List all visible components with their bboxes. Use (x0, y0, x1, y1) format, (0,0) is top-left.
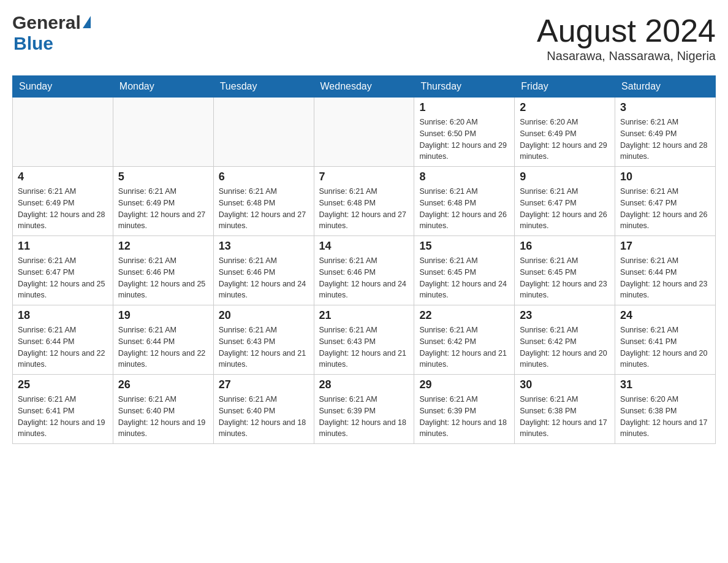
calendar-cell-5-3: 27Sunrise: 6:21 AMSunset: 6:40 PMDayligh… (213, 375, 314, 444)
day-number: 7 (319, 170, 409, 183)
day-number: 21 (319, 309, 409, 322)
calendar-table: SundayMondayTuesdayWednesdayThursdayFrid… (12, 75, 716, 444)
logo-triangle-icon (83, 16, 91, 28)
calendar-cell-1-1 (13, 98, 113, 167)
calendar-cell-4-2: 19Sunrise: 6:21 AMSunset: 6:44 PMDayligh… (113, 305, 213, 375)
calendar-week-2: 4Sunrise: 6:21 AMSunset: 6:49 PMDaylight… (13, 167, 716, 236)
day-number: 30 (520, 378, 610, 391)
day-info: Sunrise: 6:21 AMSunset: 6:48 PMDaylight:… (319, 186, 409, 232)
day-number: 31 (620, 378, 710, 391)
day-info: Sunrise: 6:21 AMSunset: 6:41 PMDaylight:… (620, 324, 710, 370)
calendar-cell-1-5: 1Sunrise: 6:20 AMSunset: 6:50 PMDaylight… (414, 98, 515, 167)
day-info: Sunrise: 6:21 AMSunset: 6:48 PMDaylight:… (219, 186, 309, 232)
calendar-cell-2-3: 6Sunrise: 6:21 AMSunset: 6:48 PMDaylight… (213, 167, 314, 236)
day-info: Sunrise: 6:21 AMSunset: 6:48 PMDaylight:… (419, 186, 509, 232)
calendar-cell-5-5: 29Sunrise: 6:21 AMSunset: 6:39 PMDayligh… (414, 375, 515, 444)
day-info: Sunrise: 6:21 AMSunset: 6:46 PMDaylight:… (219, 255, 309, 301)
day-info: Sunrise: 6:21 AMSunset: 6:46 PMDaylight:… (118, 255, 208, 301)
day-info: Sunrise: 6:21 AMSunset: 6:41 PMDaylight:… (18, 394, 108, 440)
day-number: 22 (419, 309, 509, 322)
col-header-tuesday: Tuesday (213, 76, 314, 98)
calendar-cell-4-3: 20Sunrise: 6:21 AMSunset: 6:43 PMDayligh… (213, 305, 314, 375)
calendar-cell-4-6: 23Sunrise: 6:21 AMSunset: 6:42 PMDayligh… (515, 305, 615, 375)
day-number: 11 (18, 240, 108, 253)
day-number: 6 (219, 170, 309, 183)
calendar-cell-5-4: 28Sunrise: 6:21 AMSunset: 6:39 PMDayligh… (314, 375, 414, 444)
calendar-cell-1-7: 3Sunrise: 6:21 AMSunset: 6:49 PMDaylight… (615, 98, 716, 167)
day-info: Sunrise: 6:21 AMSunset: 6:39 PMDaylight:… (419, 394, 509, 440)
day-info: Sunrise: 6:21 AMSunset: 6:39 PMDaylight:… (319, 394, 409, 440)
day-info: Sunrise: 6:21 AMSunset: 6:44 PMDaylight:… (620, 255, 710, 301)
day-number: 20 (219, 309, 309, 322)
day-number: 13 (219, 240, 309, 253)
calendar-cell-4-4: 21Sunrise: 6:21 AMSunset: 6:43 PMDayligh… (314, 305, 414, 375)
col-header-monday: Monday (113, 76, 213, 98)
day-info: Sunrise: 6:21 AMSunset: 6:44 PMDaylight:… (118, 324, 208, 370)
calendar-cell-3-7: 17Sunrise: 6:21 AMSunset: 6:44 PMDayligh… (615, 236, 716, 305)
calendar-cell-3-6: 16Sunrise: 6:21 AMSunset: 6:45 PMDayligh… (515, 236, 615, 305)
day-number: 24 (620, 309, 710, 322)
day-number: 8 (419, 170, 509, 183)
location-text: Nasarawa, Nassarawa, Nigeria (537, 49, 716, 63)
col-header-friday: Friday (515, 76, 615, 98)
calendar-cell-3-3: 13Sunrise: 6:21 AMSunset: 6:46 PMDayligh… (213, 236, 314, 305)
calendar-cell-4-1: 18Sunrise: 6:21 AMSunset: 6:44 PMDayligh… (13, 305, 113, 375)
calendar-header-row: SundayMondayTuesdayWednesdayThursdayFrid… (13, 76, 716, 98)
col-header-wednesday: Wednesday (314, 76, 414, 98)
calendar-cell-4-7: 24Sunrise: 6:21 AMSunset: 6:41 PMDayligh… (615, 305, 716, 375)
day-number: 18 (18, 309, 108, 322)
day-number: 17 (620, 240, 710, 253)
day-number: 9 (520, 170, 610, 183)
day-number: 23 (520, 309, 610, 322)
title-area: August 2024 Nasarawa, Nassarawa, Nigeria (537, 12, 716, 63)
day-info: Sunrise: 6:21 AMSunset: 6:42 PMDaylight:… (419, 324, 509, 370)
calendar-cell-2-2: 5Sunrise: 6:21 AMSunset: 6:49 PMDaylight… (113, 167, 213, 236)
day-info: Sunrise: 6:21 AMSunset: 6:47 PMDaylight:… (620, 186, 710, 232)
day-number: 16 (520, 240, 610, 253)
day-number: 15 (419, 240, 509, 253)
calendar-cell-2-7: 10Sunrise: 6:21 AMSunset: 6:47 PMDayligh… (615, 167, 716, 236)
calendar-cell-2-1: 4Sunrise: 6:21 AMSunset: 6:49 PMDaylight… (13, 167, 113, 236)
day-info: Sunrise: 6:21 AMSunset: 6:47 PMDaylight:… (18, 255, 108, 301)
calendar-cell-1-3 (213, 98, 314, 167)
col-header-saturday: Saturday (615, 76, 716, 98)
day-info: Sunrise: 6:21 AMSunset: 6:44 PMDaylight:… (18, 324, 108, 370)
day-info: Sunrise: 6:21 AMSunset: 6:46 PMDaylight:… (319, 255, 409, 301)
day-info: Sunrise: 6:20 AMSunset: 6:50 PMDaylight:… (419, 117, 509, 163)
calendar-cell-2-4: 7Sunrise: 6:21 AMSunset: 6:48 PMDaylight… (314, 167, 414, 236)
calendar-cell-1-6: 2Sunrise: 6:20 AMSunset: 6:49 PMDaylight… (515, 98, 615, 167)
day-number: 14 (319, 240, 409, 253)
calendar-cell-5-2: 26Sunrise: 6:21 AMSunset: 6:40 PMDayligh… (113, 375, 213, 444)
calendar-cell-3-4: 14Sunrise: 6:21 AMSunset: 6:46 PMDayligh… (314, 236, 414, 305)
day-info: Sunrise: 6:20 AMSunset: 6:38 PMDaylight:… (620, 394, 710, 440)
day-number: 4 (18, 170, 108, 183)
day-info: Sunrise: 6:21 AMSunset: 6:42 PMDaylight:… (520, 324, 610, 370)
day-number: 2 (520, 101, 610, 114)
col-header-sunday: Sunday (13, 76, 113, 98)
col-header-thursday: Thursday (414, 76, 515, 98)
logo-general-text: General (12, 12, 81, 33)
calendar-week-1: 1Sunrise: 6:20 AMSunset: 6:50 PMDaylight… (13, 98, 716, 167)
day-info: Sunrise: 6:21 AMSunset: 6:49 PMDaylight:… (18, 186, 108, 232)
day-info: Sunrise: 6:21 AMSunset: 6:47 PMDaylight:… (520, 186, 610, 232)
day-number: 25 (18, 378, 108, 391)
calendar-cell-2-6: 9Sunrise: 6:21 AMSunset: 6:47 PMDaylight… (515, 167, 615, 236)
page-header: General Blue August 2024 Nasarawa, Nassa… (12, 12, 716, 63)
calendar-cell-5-6: 30Sunrise: 6:21 AMSunset: 6:38 PMDayligh… (515, 375, 615, 444)
day-number: 28 (319, 378, 409, 391)
day-info: Sunrise: 6:21 AMSunset: 6:40 PMDaylight:… (219, 394, 309, 440)
calendar-week-4: 18Sunrise: 6:21 AMSunset: 6:44 PMDayligh… (13, 305, 716, 375)
calendar-cell-3-2: 12Sunrise: 6:21 AMSunset: 6:46 PMDayligh… (113, 236, 213, 305)
day-number: 5 (118, 170, 208, 183)
calendar-week-5: 25Sunrise: 6:21 AMSunset: 6:41 PMDayligh… (13, 375, 716, 444)
day-number: 1 (419, 101, 509, 114)
calendar-cell-5-7: 31Sunrise: 6:20 AMSunset: 6:38 PMDayligh… (615, 375, 716, 444)
day-info: Sunrise: 6:21 AMSunset: 6:43 PMDaylight:… (219, 324, 309, 370)
calendar-cell-3-1: 11Sunrise: 6:21 AMSunset: 6:47 PMDayligh… (13, 236, 113, 305)
day-info: Sunrise: 6:21 AMSunset: 6:40 PMDaylight:… (118, 394, 208, 440)
calendar-cell-1-2 (113, 98, 213, 167)
day-info: Sunrise: 6:21 AMSunset: 6:38 PMDaylight:… (520, 394, 610, 440)
day-info: Sunrise: 6:21 AMSunset: 6:45 PMDaylight:… (419, 255, 509, 301)
day-number: 3 (620, 101, 710, 114)
month-title: August 2024 (537, 12, 716, 49)
